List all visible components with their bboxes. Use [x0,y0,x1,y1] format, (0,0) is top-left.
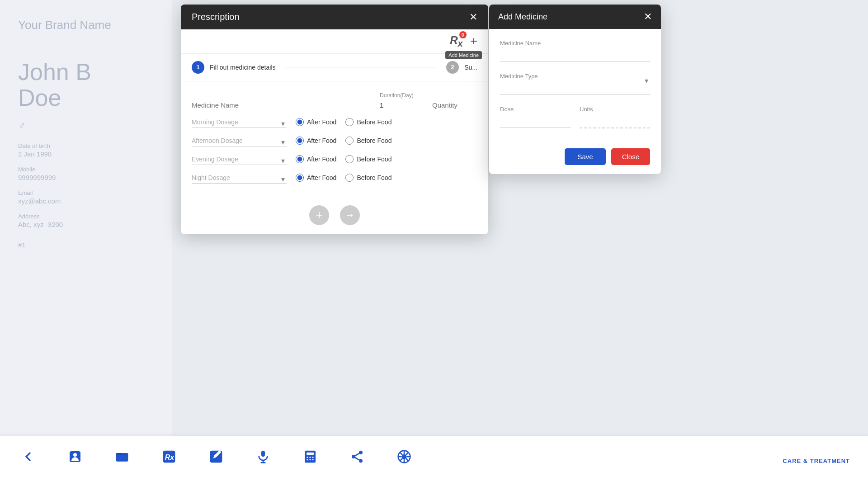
patient-name: John B Doe [18,59,154,111]
add-medicine-close-button[interactable]: ✕ [644,12,652,22]
night-after-food-label: After Food [307,174,336,181]
microphone-icon[interactable] [253,447,273,467]
medicine-name-field [192,99,373,111]
dose-input[interactable] [500,114,571,128]
afternoon-dosage-select-wrap: Afternoon Dosage 0 0.5 1 ▾ [192,135,287,146]
svg-line-28 [400,453,403,455]
prescription-modal-header: Prescription ✕ [181,5,488,29]
morning-food-options: After Food Before Food [296,118,392,126]
svg-point-19 [359,459,363,463]
add-medicine-toolbar-btn[interactable]: + Add Medicine [470,35,477,47]
add-medicine-button[interactable]: + [309,205,329,225]
evening-after-food-label: After Food [307,156,336,163]
night-after-food[interactable]: After Food [296,174,336,182]
share-icon[interactable] [347,447,367,467]
night-food-options: After Food Before Food [296,174,392,182]
evening-dosage-row: Evening Dosage 0 0.5 1 ▾ After Food Befo… [192,154,477,165]
svg-point-16 [312,459,313,460]
prescription-modal-body: Duration(Day) Morning Dosage 0 0.5 1 1.5… [181,81,488,198]
morning-dosage-select-wrap: Morning Dosage 0 0.5 1 1.5 2 ▾ [192,117,287,128]
afternoon-food-options: After Food Before Food [296,137,392,145]
evening-before-food-label: Before Food [357,156,392,163]
svg-line-21 [355,453,359,456]
user-icon[interactable] [65,447,85,467]
add-medicine-type-select[interactable]: Tablet Syrup Capsule Injection [500,81,650,95]
add-medicine-actions: Save Close [489,148,661,174]
dose-field: Dose [500,106,571,128]
add-medicine-type-label: Medicine Type [500,73,650,80]
dose-label: Dose [500,106,571,113]
units-label: Units [580,106,650,113]
morning-after-food[interactable]: After Food [296,118,336,126]
night-dosage-select[interactable]: Night Dosage 0 0.5 1 [192,172,287,184]
svg-line-30 [406,453,409,455]
svg-point-14 [307,459,308,460]
afternoon-dosage-select[interactable]: Afternoon Dosage 0 0.5 1 [192,135,287,146]
back-button[interactable] [18,447,38,467]
bottom-nav: Rx CARE & TREATMENT [0,436,868,477]
quantity-input[interactable] [432,99,477,111]
svg-rect-10 [307,453,314,455]
add-medicine-save-button[interactable]: Save [565,148,605,165]
svg-rect-6 [261,451,265,457]
afternoon-after-food[interactable]: After Food [296,137,336,145]
address-info: Address Abc, xyz -3200 [18,213,154,228]
night-before-food[interactable]: Before Food [345,174,392,182]
svg-point-1 [73,453,77,457]
prescription-title: Prescription [192,12,240,22]
edit-icon[interactable] [206,447,226,467]
add-medicine-close-btn[interactable]: Close [611,148,650,165]
afternoon-before-food-label: Before Food [357,137,392,144]
evening-before-food[interactable]: Before Food [345,155,392,163]
gender-icon: ♂ [18,120,154,132]
add-medicine-name-field: Medicine Name [500,40,650,62]
step2-circle: 2 [446,61,459,74]
medicine-name-input[interactable] [192,99,373,111]
calculator-icon[interactable] [300,447,320,467]
night-before-food-label: Before Food [357,174,392,181]
dosage-section: Morning Dosage 0 0.5 1 1.5 2 ▾ After Foo… [192,117,477,184]
svg-point-13 [312,457,313,458]
morning-before-food[interactable]: Before Food [345,118,392,126]
units-input[interactable] [580,114,650,128]
add-medicine-header: Add Medicine ✕ [489,5,661,29]
duration-label: Duration(Day) [380,92,425,99]
dob-info: Date of birth 2 Jan 1998 [18,142,154,158]
quantity-field [432,99,477,111]
prescription-toolbar: Rx 0 + Add Medicine [181,29,488,54]
evening-dosage-select[interactable]: Evening Dosage 0 0.5 1 [192,154,287,165]
steps-bar: 1 Fill out medicine details 2 Su... [181,54,488,81]
email-info: Email xyz@abc.com [18,189,154,205]
add-medicine-modal: Add Medicine ✕ Medicine Name Medicine Ty… [489,5,661,174]
svg-point-11 [307,457,308,458]
step1-circle: 1 [192,61,204,74]
svg-point-17 [359,451,363,454]
morning-dosage-row: Morning Dosage 0 0.5 1 1.5 2 ▾ After Foo… [192,117,477,128]
duration-input[interactable] [380,99,425,111]
afternoon-after-food-label: After Food [307,137,336,144]
add-medicine-tooltip: Add Medicine [445,51,482,59]
rx-count: 0 [459,31,467,38]
care-treatment-label: CARE & TREATMENT [783,458,850,464]
patient-panel: Your Brand Name John B Doe ♂ Date of bir… [0,0,172,477]
evening-after-food[interactable]: After Food [296,155,336,163]
add-medicine-title: Add Medicine [498,12,547,22]
svg-point-15 [309,459,311,460]
add-medicine-body: Medicine Name Medicine Type Tablet Syrup… [489,29,661,148]
afternoon-dosage-row: Afternoon Dosage 0 0.5 1 ▾ After Food Be… [192,135,477,146]
prescription-close-button[interactable]: ✕ [469,12,477,22]
aperture-icon[interactable] [394,447,414,467]
add-medicine-name-input[interactable] [500,48,650,62]
add-plus-icon[interactable]: + [470,34,477,48]
add-medicine-name-label: Medicine Name [500,40,650,47]
morning-dosage-select[interactable]: Morning Dosage 0 0.5 1 1.5 2 [192,117,287,128]
medicine-name-row: Duration(Day) [192,92,477,111]
svg-point-23 [402,454,407,459]
dose-units-row: Dose Units [500,106,650,139]
folder-icon[interactable] [112,447,132,467]
duration-field: Duration(Day) [380,92,425,111]
next-button[interactable]: → [340,205,360,225]
rx-nav-icon[interactable]: Rx [159,447,179,467]
afternoon-before-food[interactable]: Before Food [345,137,392,145]
prescription-modal: Prescription ✕ Rx 0 + Add Medicine 1 Fil… [181,5,488,234]
